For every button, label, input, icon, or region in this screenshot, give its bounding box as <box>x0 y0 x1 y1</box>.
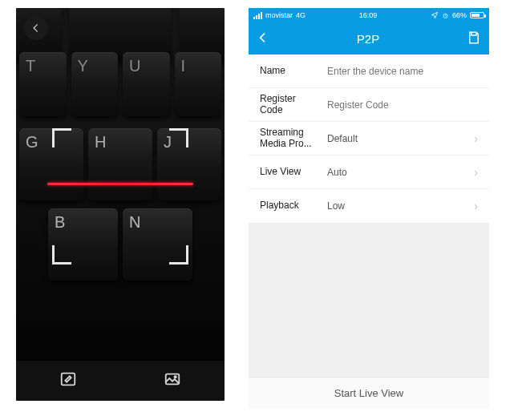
chevron-right-icon: › <box>474 166 478 179</box>
row-live-view[interactable]: Live View Auto › <box>249 155 489 189</box>
frame-corner <box>169 245 188 265</box>
gallery-icon <box>164 370 181 388</box>
location-icon <box>431 11 439 19</box>
nav-save-button[interactable] <box>467 30 481 47</box>
start-live-view-button[interactable]: Start Live View <box>249 377 489 409</box>
manual-entry-button[interactable] <box>59 370 77 391</box>
nav-back-button[interactable] <box>257 31 269 46</box>
register-code-input[interactable] <box>327 99 478 111</box>
field-label: Name <box>260 66 319 77</box>
form: Name Register Code Streaming Media Pro..… <box>249 55 489 223</box>
p2p-phone: movistar 4G 16:09 66% P2P Name <box>249 8 489 409</box>
chevron-right-icon: › <box>474 200 478 212</box>
frame-corner <box>52 245 71 265</box>
field-label: Streaming Media Pro... <box>260 127 319 150</box>
scan-line <box>47 183 193 185</box>
carrier-label: movistar <box>265 11 293 19</box>
field-label: Playback <box>260 200 319 212</box>
key-row: 6 7 8 <box>16 8 225 58</box>
field-label: Register Code <box>260 94 319 116</box>
field-value: Auto <box>327 167 466 178</box>
save-icon <box>467 30 481 45</box>
key: U <box>123 52 170 116</box>
chevron-right-icon: › <box>474 132 478 145</box>
row-streaming-protocol[interactable]: Streaming Media Pro... Default › <box>249 122 489 155</box>
back-button[interactable] <box>24 16 48 40</box>
key: T <box>19 52 67 116</box>
key: 7 <box>69 8 172 58</box>
svg-rect-0 <box>62 374 75 386</box>
back-chevron-icon <box>30 22 42 34</box>
key: I <box>175 52 222 116</box>
row-playback[interactable]: Playback Low › <box>249 189 489 223</box>
battery-icon <box>470 12 484 18</box>
key: Y <box>71 52 119 116</box>
frame-corner <box>169 128 188 147</box>
clock: 16:09 <box>359 11 378 19</box>
field-value: Default <box>327 133 466 144</box>
back-chevron-icon <box>257 31 269 44</box>
nav-bar: P2P <box>249 22 489 55</box>
svg-point-2 <box>174 376 176 378</box>
signal-icon <box>253 12 262 19</box>
scanner-phone: 6 7 8 T Y U I G H J B N <box>16 8 225 401</box>
scan-frame <box>52 128 188 265</box>
frame-corner <box>52 128 71 147</box>
field-label: Live View <box>260 167 319 178</box>
scanner-toolbar <box>16 361 225 401</box>
name-input[interactable] <box>327 66 478 77</box>
alarm-icon <box>442 12 449 19</box>
gallery-button[interactable] <box>164 370 181 391</box>
page-title: P2P <box>357 32 379 46</box>
row-register-code[interactable]: Register Code <box>249 88 489 122</box>
field-value: Low <box>327 200 466 212</box>
battery-percent: 66% <box>452 11 467 19</box>
key: 8 <box>180 8 225 58</box>
status-bar: movistar 4G 16:09 66% <box>249 8 489 22</box>
row-name[interactable]: Name <box>249 55 489 88</box>
key-row: T Y U I <box>16 52 225 116</box>
edit-icon <box>59 370 77 388</box>
empty-area <box>249 223 489 377</box>
network-label: 4G <box>296 11 306 19</box>
